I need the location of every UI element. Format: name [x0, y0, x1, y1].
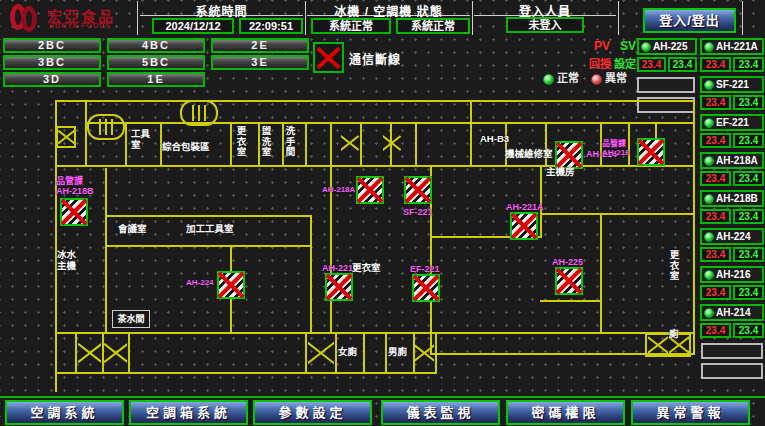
device-readout-ah-218a: AH-218A 23.423.4: [700, 152, 764, 186]
sv-value: 23.4: [733, 323, 764, 338]
sv-value: 23.4: [733, 285, 764, 300]
legend-abnormal: 異常: [591, 69, 627, 85]
status-led-icon: [704, 194, 714, 204]
wall-segment: [55, 332, 695, 334]
shaft-x-icon: [383, 134, 401, 152]
nav-password-auth-button[interactable]: 密碼權限: [506, 400, 625, 425]
wall-segment: [230, 122, 232, 165]
status-led-icon: [704, 42, 714, 52]
device-readout-ah-214: AH-214 23.423.4: [700, 304, 764, 338]
shaft-x-icon: [56, 126, 76, 148]
ahu-unit-offline[interactable]: [356, 176, 384, 204]
comm-offline-label: 通信斷線: [349, 50, 401, 67]
room-label: 冰水 主機: [57, 249, 76, 272]
wall-segment: [693, 100, 695, 355]
room-label: 綜合包裝區: [162, 141, 210, 152]
device-readout-ah-218b: AH-218B 23.423.4: [700, 190, 764, 224]
stairs-icon: [180, 100, 218, 126]
ahu-unit-label: SF-221: [403, 207, 433, 217]
device-button[interactable]: AH-216: [700, 266, 764, 283]
pv-value: 23.4: [700, 133, 731, 148]
ahu-unit-label: EF-221: [410, 264, 440, 274]
wall-segment: [305, 334, 307, 372]
hmi-screen: 宏亞食品 HUNYA FOODS 系統時間 2024/12/12 22:09:5…: [0, 0, 765, 426]
device-button[interactable]: AH-218A: [700, 152, 764, 169]
sv-header: SV: [620, 39, 636, 53]
spare-slot: [701, 343, 763, 359]
pv-value: 23.4: [700, 285, 731, 300]
system-clock-display: 22:09:51: [239, 18, 303, 34]
ahu-unit-offline[interactable]: [510, 212, 538, 240]
zone-button-3d[interactable]: 3D: [3, 72, 101, 87]
zone-button-5bc[interactable]: 5BC: [107, 55, 205, 70]
ahu-unit-offline[interactable]: [555, 267, 583, 295]
shaft-x-icon: [308, 337, 334, 369]
nav-parameter-set-button[interactable]: 參數設定: [253, 400, 372, 425]
setpoint-header: 設定: [614, 55, 636, 71]
machine-status-label: 冰機 / 空調機 狀態: [307, 2, 470, 16]
room-label: 機械維修室: [505, 148, 553, 159]
room-label: 廁: [669, 328, 679, 339]
wall-segment: [55, 165, 695, 167]
pv-value: 23.4: [700, 209, 731, 224]
ahu-unit-offline[interactable]: [325, 273, 353, 301]
sv-value: 23.4: [733, 95, 764, 110]
sv-value: 23.4: [733, 133, 764, 148]
wall-segment: [335, 334, 337, 372]
sv-value: 23.4: [733, 171, 764, 186]
wall-segment: [105, 168, 107, 332]
ahu-unit-offline[interactable]: [404, 176, 432, 204]
wall-segment: [75, 334, 77, 372]
login-user-display: 未登入: [506, 17, 584, 33]
nav-hvac-system-button[interactable]: 空調系統: [5, 400, 124, 425]
zone-button-3bc[interactable]: 3BC: [3, 55, 101, 70]
ahu-status-display: 系統正常: [396, 18, 470, 34]
status-led-icon: [704, 156, 714, 166]
ahu-unit-offline[interactable]: [555, 141, 583, 169]
room-label: 更衣室: [235, 126, 246, 164]
wall-segment: [385, 334, 387, 372]
ahu-unit-label: 品管課 AH-216: [602, 139, 630, 157]
device-button[interactable]: SF-221: [700, 76, 764, 93]
zone-button-2bc[interactable]: 2BC: [3, 38, 101, 53]
ahu-unit-offline[interactable]: [217, 271, 245, 299]
device-button[interactable]: AH-221A: [700, 38, 764, 55]
device-button[interactable]: AH-224: [700, 228, 764, 245]
ahu-unit-offline[interactable]: [412, 274, 440, 302]
room-label: 工具 室: [131, 128, 150, 151]
nav-meter-monitor-button[interactable]: 儀表監視: [381, 400, 500, 425]
device-readout-ah-216: AH-216 23.423.4: [700, 266, 764, 300]
sv-value: 23.4: [733, 57, 764, 72]
zone-button-4bc[interactable]: 4BC: [107, 38, 205, 53]
zone-button-1e[interactable]: 1E: [107, 72, 205, 87]
device-button[interactable]: AH-225: [637, 38, 697, 55]
sv-value: 23.4: [733, 247, 764, 262]
nav-ahu-system-button[interactable]: 空調箱系統: [129, 400, 248, 425]
pv-value: 23.4: [700, 323, 731, 338]
device-readout-sf-221: SF-221 23.423.4: [700, 76, 764, 110]
room-label: 更衣室: [668, 250, 679, 296]
wall-segment: [128, 334, 130, 372]
nav-alarm-button[interactable]: 異常警報: [631, 400, 750, 425]
pv-header: PV: [594, 39, 610, 53]
status-led-icon: [704, 270, 714, 280]
login-user-label: 登入人員: [474, 2, 616, 16]
ahu-unit-offline[interactable]: [60, 198, 88, 226]
header-divider: [305, 1, 306, 35]
zone-button-2e[interactable]: 2E: [211, 38, 309, 53]
device-button[interactable]: AH-214: [700, 304, 764, 321]
pv-value: 23.4: [700, 171, 731, 186]
status-led-icon: [704, 232, 714, 242]
abnormal-led-icon: [591, 74, 602, 85]
zone-button-3e[interactable]: 3E: [211, 55, 309, 70]
login-logout-button[interactable]: 登入/登出: [643, 8, 736, 33]
ahu-unit-label: AH-221A: [506, 202, 544, 212]
spare-slot: [701, 363, 763, 379]
wall-segment: [305, 122, 307, 165]
wall-segment: [85, 100, 87, 165]
pv-value: 23.4: [700, 95, 731, 110]
ahu-unit-label: AH-224: [186, 278, 214, 287]
ahu-unit-offline[interactable]: [637, 138, 665, 166]
device-button[interactable]: AH-218B: [700, 190, 764, 207]
device-button[interactable]: EF-221: [700, 114, 764, 131]
